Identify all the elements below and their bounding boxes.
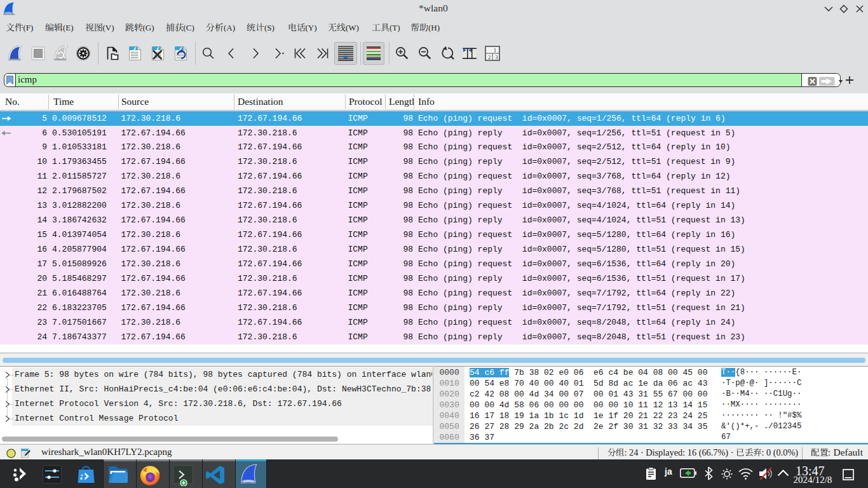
svg-text:2: 2 (488, 55, 491, 60)
svg-text:3: 3 (496, 55, 498, 60)
svg-text:1: 1 (494, 48, 496, 53)
